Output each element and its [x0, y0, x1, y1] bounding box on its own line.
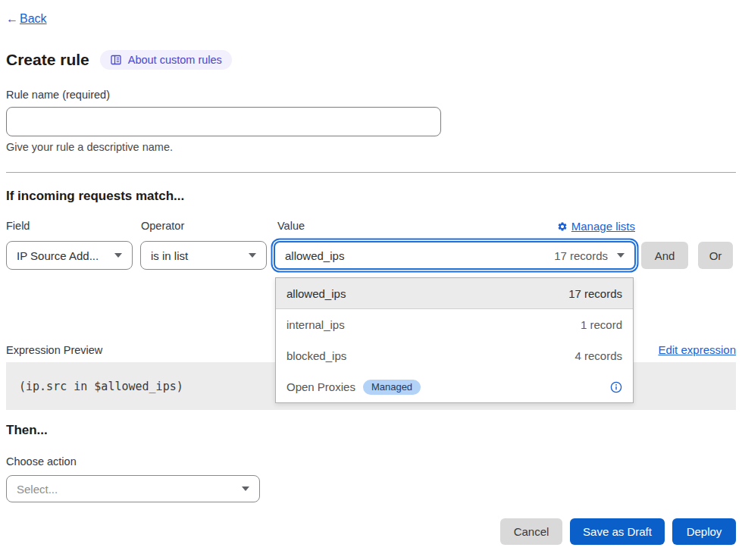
field-select-value: IP Source Add...: [17, 249, 99, 262]
manage-lists-link[interactable]: Manage lists: [557, 220, 635, 233]
dropdown-item-open-proxies[interactable]: Open Proxies Managed: [276, 371, 633, 402]
operator-label: Operator: [141, 220, 184, 232]
list-record-count: 4 records: [575, 349, 622, 362]
info-icon[interactable]: [610, 381, 622, 393]
manage-lists-label: Manage lists: [571, 220, 635, 233]
expression-preview-label: Expression Preview: [6, 344, 102, 356]
save-as-draft-button[interactable]: Save as Draft: [570, 518, 665, 545]
value-select-value: allowed_ips: [285, 249, 344, 262]
edit-expression-link[interactable]: Edit expression: [658, 343, 736, 356]
deploy-button[interactable]: Deploy: [672, 518, 736, 545]
field-select[interactable]: IP Source Add...: [6, 241, 133, 270]
value-dropdown-menu: allowed_ips 17 records internal_ips 1 re…: [275, 277, 634, 403]
dropdown-item-blocked-ips[interactable]: blocked_ips 4 records: [276, 340, 633, 371]
back-arrow-icon: ←: [6, 12, 18, 26]
about-badge-label: About custom rules: [128, 54, 222, 66]
value-label: Value: [277, 220, 305, 232]
list-name: blocked_ips: [286, 349, 346, 362]
back-link[interactable]: ←Back: [6, 12, 47, 26]
dropdown-item-allowed-ips[interactable]: allowed_ips 17 records: [276, 278, 633, 309]
rule-name-label: Rule name (required): [6, 89, 110, 101]
book-icon: [110, 54, 122, 66]
value-records-count: 17 records: [554, 249, 608, 262]
gear-icon: [557, 221, 568, 232]
rule-name-helper: Give your rule a descriptive name.: [6, 141, 173, 153]
operator-select-value: is in list: [151, 249, 188, 262]
list-record-count: 1 record: [581, 318, 622, 331]
action-select[interactable]: Select...: [6, 475, 260, 502]
action-select-placeholder: Select...: [17, 483, 58, 496]
chevron-down-icon: [249, 253, 256, 258]
match-section-heading: If incoming requests match...: [6, 189, 184, 204]
field-label: Field: [6, 220, 30, 232]
back-label: Back: [20, 12, 47, 26]
then-section-heading: Then...: [6, 423, 48, 438]
cancel-button[interactable]: Cancel: [500, 518, 562, 545]
dropdown-item-internal-ips[interactable]: internal_ips 1 record: [276, 309, 633, 340]
expression-code: (ip.src in $allowed_ips): [19, 380, 183, 393]
page-title: Create rule: [6, 51, 89, 69]
operator-select[interactable]: is in list: [140, 241, 267, 270]
choose-action-label: Choose action: [6, 455, 77, 468]
title-row: Create rule About custom rules: [6, 50, 232, 70]
section-divider: [6, 172, 736, 173]
list-name: allowed_ips: [286, 287, 346, 300]
footer-actions: Cancel Save as Draft Deploy: [500, 518, 736, 545]
value-select[interactable]: allowed_ips 17 records: [274, 241, 636, 270]
and-button[interactable]: And: [641, 242, 688, 269]
chevron-down-icon: [114, 253, 122, 258]
chevron-down-icon: [242, 486, 249, 491]
create-rule-page: ←Back Create rule About custom rules Rul…: [0, 0, 742, 560]
edit-expression-label: Edit expression: [658, 343, 736, 356]
about-custom-rules-badge[interactable]: About custom rules: [100, 50, 232, 70]
list-record-count: 17 records: [568, 287, 622, 300]
list-name: internal_ips: [286, 318, 345, 331]
chevron-down-icon: [617, 253, 625, 258]
managed-badge: Managed: [363, 380, 421, 395]
or-button[interactable]: Or: [698, 242, 733, 269]
rule-name-input[interactable]: [6, 107, 441, 136]
list-name: Open Proxies: [286, 380, 355, 393]
